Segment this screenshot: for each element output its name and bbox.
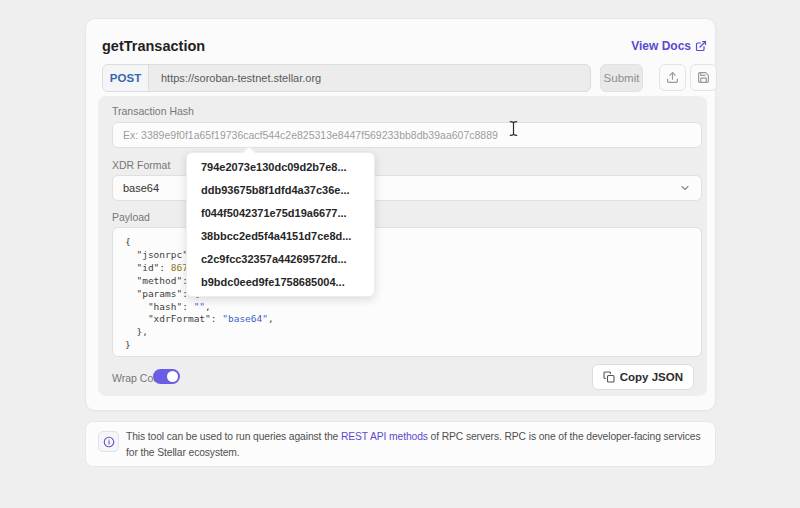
- info-note-text: This tool can be used to run queries aga…: [126, 429, 708, 460]
- xdr-format-label: XDR Format: [112, 159, 170, 171]
- submit-button[interactable]: Submit: [600, 64, 643, 92]
- hash-suggestion-item[interactable]: f044f5042371e75d19a6677...: [187, 201, 374, 224]
- page-title: getTransaction: [102, 38, 205, 54]
- hash-suggestions-list: 794e2073e130dc09d2b7e8...ddb93675b8f1dfd…: [187, 155, 374, 294]
- transaction-hash-input[interactable]: [112, 122, 702, 148]
- view-docs-link[interactable]: View Docs: [631, 39, 707, 53]
- info-text-before: This tool can be used to run queries aga…: [126, 431, 341, 442]
- transaction-hash-label: Transaction Hash: [112, 105, 194, 117]
- external-link-icon: [695, 40, 707, 52]
- rest-api-methods-link[interactable]: REST API methods: [341, 431, 428, 442]
- hash-suggestion-item[interactable]: ddb93675b8f1dfd4a37c36e...: [187, 178, 374, 201]
- wrap-code-toggle[interactable]: [153, 369, 180, 384]
- hash-suggestion-item[interactable]: b9bdc0eed9fe1758685004...: [187, 271, 374, 294]
- hash-suggestion-item[interactable]: 38bbcc2ed5f4a4151d7ce8d...: [187, 225, 374, 248]
- hash-suggestions-dropdown: 794e2073e130dc09d2b7e8...ddb93675b8f1dfd…: [186, 152, 375, 297]
- page: { "panel": { "title": "getTransaction", …: [0, 0, 800, 508]
- save-button[interactable]: [690, 64, 717, 91]
- code-line: },: [125, 326, 689, 339]
- rpc-url-field[interactable]: https://soroban-testnet.stellar.org: [149, 65, 590, 91]
- share-upload-icon: [666, 71, 679, 84]
- info-icon-box: [98, 431, 119, 452]
- code-line: }: [125, 339, 689, 352]
- request-url-row: POST https://soroban-testnet.stellar.org…: [102, 64, 717, 92]
- hash-suggestion-item[interactable]: 794e2073e130dc09d2b7e8...: [187, 155, 374, 178]
- copy-icon: [603, 371, 615, 383]
- copy-json-button[interactable]: Copy JSON: [592, 364, 694, 390]
- toggle-knob: [167, 371, 178, 382]
- chevron-down-icon: [679, 182, 691, 194]
- url-control: POST https://soroban-testnet.stellar.org: [102, 64, 591, 92]
- code-line: "xdrFormat": "base64",: [125, 313, 689, 326]
- info-icon: [103, 436, 115, 448]
- hash-suggestion-item[interactable]: c2c9fcc32357a44269572fd...: [187, 248, 374, 271]
- http-method-badge: POST: [103, 65, 149, 91]
- ibeam-cursor: [508, 120, 519, 141]
- share-button[interactable]: [659, 64, 686, 91]
- xdr-format-value: base64: [123, 182, 159, 194]
- view-docs-label: View Docs: [631, 39, 691, 53]
- save-icon: [697, 71, 710, 84]
- code-line: "hash": "",: [125, 301, 689, 314]
- info-note-card: This tool can be used to run queries aga…: [85, 421, 716, 467]
- get-transaction-panel: getTransaction View Docs POST https://so…: [85, 18, 716, 411]
- copy-json-label: Copy JSON: [620, 371, 683, 383]
- payload-label: Payload: [112, 211, 150, 223]
